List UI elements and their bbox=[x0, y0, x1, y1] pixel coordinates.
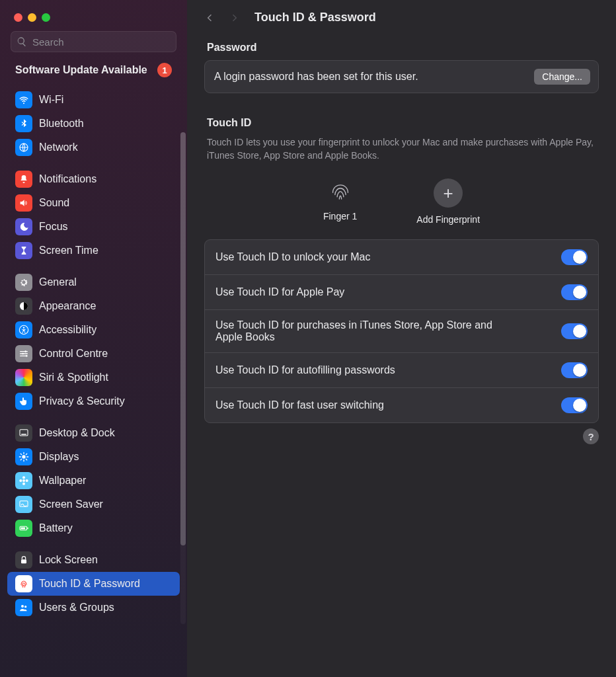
add-fingerprint-label: Add Fingerprint bbox=[416, 214, 480, 225]
search-input[interactable] bbox=[31, 36, 171, 48]
main-panel: Touch ID & Password Password A login pas… bbox=[187, 0, 616, 677]
battery-icon bbox=[15, 520, 32, 537]
toggle-switch[interactable] bbox=[561, 397, 588, 413]
toggle-row: Use Touch ID for Apple Pay bbox=[205, 274, 598, 309]
gear-icon bbox=[15, 274, 32, 291]
sidebar-item-label: Screen Saver bbox=[39, 498, 103, 510]
toggle-switch[interactable] bbox=[561, 323, 588, 339]
fingerprint-icon bbox=[328, 179, 352, 204]
nav-forward-icon[interactable] bbox=[229, 11, 240, 24]
touchid-section-title: Touch ID bbox=[204, 112, 599, 136]
sidebar-item-wallpaper[interactable]: Wallpaper bbox=[7, 469, 180, 493]
toggle-label: Use Touch ID to unlock your Mac bbox=[215, 251, 370, 263]
sidebar-item-notifications[interactable]: Notifications bbox=[7, 167, 180, 191]
sidebar-item-label: Privacy & Security bbox=[39, 395, 125, 407]
help-button[interactable]: ? bbox=[583, 428, 599, 444]
password-description: A login password has been set for this u… bbox=[214, 71, 418, 83]
globe-icon bbox=[15, 139, 32, 156]
sidebar-item-label: Network bbox=[39, 141, 78, 153]
sidebar-item-label: General bbox=[39, 276, 77, 288]
screensaver-icon bbox=[15, 496, 32, 513]
sidebar-item-label: Wi-Fi bbox=[39, 94, 63, 106]
toggle-switch[interactable] bbox=[561, 362, 588, 378]
bell-icon bbox=[15, 171, 32, 188]
sidebar-item-battery[interactable]: Battery bbox=[7, 516, 180, 540]
sidebar-item-label: Control Centre bbox=[39, 348, 108, 360]
sidebar-item-label: Sound bbox=[39, 197, 69, 209]
password-section-title: Password bbox=[204, 36, 599, 60]
sidebar-item-label: Bluetooth bbox=[39, 118, 84, 130]
sun-icon bbox=[15, 448, 32, 465]
toggle-switch[interactable] bbox=[561, 249, 588, 265]
toggle-switch[interactable] bbox=[561, 284, 588, 300]
sidebar-item-siri-spotlight[interactable]: Siri & Spotlight bbox=[7, 366, 180, 389]
sidebar-item-privacy-security[interactable]: Privacy & Security bbox=[7, 389, 180, 413]
sidebar-item-general[interactable]: General bbox=[7, 270, 180, 294]
sidebar-item-users-groups[interactable]: Users & Groups bbox=[7, 596, 180, 619]
sidebar-item-label: Focus bbox=[39, 221, 68, 233]
sidebar-item-focus[interactable]: Focus bbox=[7, 215, 180, 239]
dock-icon bbox=[15, 424, 32, 442]
toggle-label: Use Touch ID for purchases in iTunes Sto… bbox=[215, 319, 520, 343]
toggle-row: Use Touch ID for autofilling passwords bbox=[205, 352, 598, 387]
toggle-row: Use Touch ID for fast user switching bbox=[205, 387, 598, 422]
update-badge: 1 bbox=[157, 63, 172, 77]
siri-icon bbox=[15, 369, 32, 386]
fingerprint-icon bbox=[15, 575, 32, 592]
sidebar-scrollbar-track[interactable] bbox=[180, 132, 186, 624]
accessibility-icon bbox=[15, 321, 32, 338]
sidebar-item-label: Accessibility bbox=[39, 324, 96, 336]
flower-icon bbox=[15, 472, 32, 489]
moon-icon bbox=[15, 218, 32, 235]
users-icon bbox=[15, 599, 32, 616]
sidebar-item-label: Touch ID & Password bbox=[39, 578, 140, 590]
add-fingerprint-button[interactable]: + Add Fingerprint bbox=[416, 179, 480, 225]
zoom-window-button[interactable] bbox=[42, 13, 50, 22]
toggle-row: Use Touch ID for purchases in iTunes Sto… bbox=[205, 309, 598, 352]
sliders-icon bbox=[15, 345, 32, 362]
sidebar-item-screen-saver[interactable]: Screen Saver bbox=[7, 493, 180, 516]
speaker-icon bbox=[15, 194, 32, 212]
minimize-window-button[interactable] bbox=[28, 13, 36, 22]
search-field[interactable] bbox=[11, 31, 176, 52]
sidebar-item-sound[interactable]: Sound bbox=[7, 191, 180, 215]
hand-icon bbox=[15, 393, 32, 410]
sidebar-scrollbar-thumb[interactable] bbox=[180, 132, 186, 545]
wifi-icon bbox=[15, 91, 32, 108]
sidebar-item-label: Lock Screen bbox=[39, 554, 98, 566]
sidebar-item-label: Desktop & Dock bbox=[39, 427, 115, 439]
software-update-label: Software Update Available bbox=[15, 63, 147, 77]
password-panel: A login password has been set for this u… bbox=[204, 60, 599, 93]
sidebar-item-label: Wallpaper bbox=[39, 475, 86, 487]
sidebar-item-screen-time[interactable]: Screen Time bbox=[7, 239, 180, 262]
software-update-row[interactable]: Software Update Available 1 bbox=[3, 60, 184, 84]
sidebar-item-wi-fi[interactable]: Wi-Fi bbox=[7, 88, 180, 112]
search-icon bbox=[17, 36, 27, 47]
sidebar-item-displays[interactable]: Displays bbox=[7, 445, 180, 469]
sidebar-item-desktop-dock[interactable]: Desktop & Dock bbox=[7, 421, 180, 445]
sidebar-item-appearance[interactable]: Appearance bbox=[7, 294, 180, 318]
sidebar-item-touch-id-password[interactable]: Touch ID & Password bbox=[7, 572, 180, 596]
sidebar-item-bluetooth[interactable]: Bluetooth bbox=[7, 112, 180, 136]
sidebar-item-label: Siri & Spotlight bbox=[39, 372, 108, 383]
sidebar-item-accessibility[interactable]: Accessibility bbox=[7, 318, 180, 342]
bluetooth-icon bbox=[15, 115, 32, 132]
sidebar-item-label: Displays bbox=[39, 451, 79, 463]
sidebar-item-lock-screen[interactable]: Lock Screen bbox=[7, 548, 180, 572]
fingerprint-item[interactable]: Finger 1 bbox=[323, 179, 357, 225]
touchid-toggle-list: Use Touch ID to unlock your MacUse Touch… bbox=[204, 239, 599, 423]
plus-icon: + bbox=[434, 179, 463, 208]
lock-icon bbox=[15, 551, 32, 569]
sidebar-item-network[interactable]: Network bbox=[7, 136, 180, 159]
page-title: Touch ID & Password bbox=[254, 11, 376, 24]
close-window-button[interactable] bbox=[14, 13, 22, 22]
sidebar-item-label: Notifications bbox=[39, 173, 96, 185]
change-password-button[interactable]: Change... bbox=[534, 69, 590, 85]
toggle-label: Use Touch ID for fast user switching bbox=[215, 399, 384, 411]
nav-back-icon[interactable] bbox=[204, 11, 215, 24]
sidebar-item-control-centre[interactable]: Control Centre bbox=[7, 342, 180, 366]
sidebar-item-label: Appearance bbox=[39, 300, 96, 312]
sidebar-item-label: Screen Time bbox=[39, 245, 98, 257]
sidebar: Software Update Available 1 Wi-FiBluetoo… bbox=[0, 0, 187, 677]
appearance-icon bbox=[15, 298, 32, 315]
